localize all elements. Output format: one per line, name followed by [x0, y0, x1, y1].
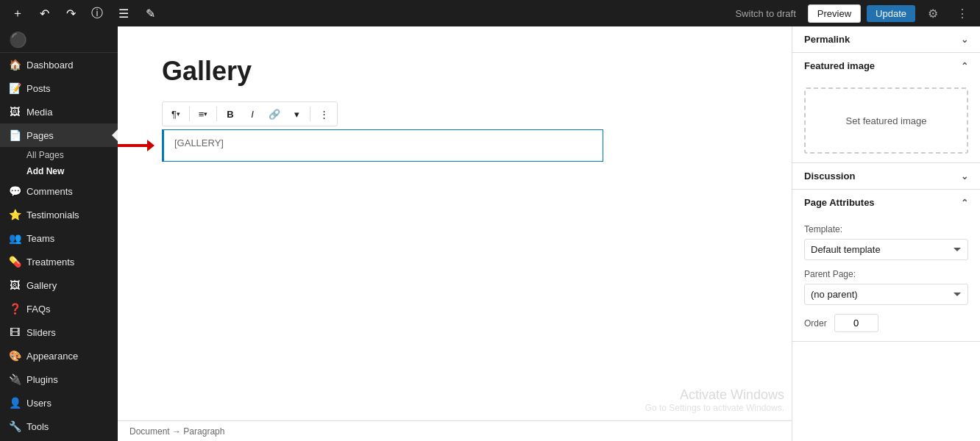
- users-icon: 👤: [9, 397, 21, 409]
- main-layout: ⚫ 🏠 Dashboard 📝 Posts 🖼 Media 📄 Pages Al…: [0, 26, 980, 441]
- sidebar-item-sliders[interactable]: 🎞 Sliders: [0, 320, 118, 344]
- sidebar-sub-add-new[interactable]: Add New: [0, 163, 118, 179]
- featured-image-chevron: ⌃: [961, 61, 968, 71]
- sliders-icon: 🎞: [9, 326, 21, 338]
- template-select[interactable]: Default template: [804, 239, 968, 260]
- arrow-shaft: [118, 144, 147, 147]
- template-label: Template:: [804, 224, 968, 234]
- main-content: Gallery ¶ ▾ ≡ ▾ B I: [118, 26, 792, 420]
- pages-icon: 📄: [9, 129, 21, 141]
- bottom-bar: Document → Paragraph: [118, 420, 792, 441]
- sidebar-sub-all-pages[interactable]: All Pages: [0, 147, 118, 163]
- sidebar-item-comments[interactable]: 💬 Comments: [0, 179, 118, 203]
- sidebar-item-media[interactable]: 🖼 Media: [0, 100, 118, 123]
- sidebar-item-tools[interactable]: 🔧 Tools: [0, 415, 118, 438]
- sidebar: ⚫ 🏠 Dashboard 📝 Posts 🖼 Media 📄 Pages Al…: [0, 26, 118, 441]
- toolbar-left: ＋ ↶ ↷ ⓘ ☰ ✎: [6, 1, 726, 25]
- settings-gear-button[interactable]: ⚙: [921, 1, 945, 25]
- toolbar-separator-2: [216, 107, 217, 121]
- parent-page-select[interactable]: (no parent): [804, 284, 968, 305]
- more-dropdown-button[interactable]: ▾: [286, 104, 307, 124]
- sidebar-item-plugins[interactable]: 🔌 Plugins: [0, 368, 118, 391]
- gallery-block[interactable]: [GALLERY]: [162, 129, 603, 162]
- permalink-header[interactable]: Permalink ⌄: [792, 26, 980, 52]
- sidebar-item-pages[interactable]: 📄 Pages: [0, 123, 118, 147]
- dashboard-icon: 🏠: [9, 59, 21, 71]
- sidebar-item-posts[interactable]: 📝 Posts: [0, 76, 118, 100]
- arrow-head: [147, 140, 155, 151]
- permalink-section: Permalink ⌄: [792, 26, 980, 53]
- page-attributes-header[interactable]: Page Attributes ⌃: [792, 190, 980, 215]
- paragraph-button[interactable]: ¶ ▾: [166, 104, 186, 124]
- featured-image-section: Featured image ⌃ Set featured image: [792, 53, 980, 163]
- sidebar-item-teams[interactable]: 👥 Teams: [0, 226, 118, 250]
- page-attributes-chevron: ⌃: [961, 198, 968, 208]
- editor-area: Gallery ¶ ▾ ≡ ▾ B I: [118, 26, 792, 441]
- windows-watermark: Activate Windows Go to Settings to activ…: [645, 387, 784, 413]
- permalink-chevron: ⌄: [961, 35, 968, 45]
- faqs-icon: ❓: [9, 303, 21, 315]
- posts-icon: 📝: [9, 82, 21, 94]
- order-row: Order 0: [804, 314, 968, 332]
- sidebar-logo: ⚫: [0, 26, 118, 53]
- preview-button[interactable]: Preview: [808, 4, 861, 23]
- sidebar-item-treatments[interactable]: 💊 Treatments: [0, 250, 118, 273]
- align-button[interactable]: ≡ ▾: [193, 104, 213, 124]
- right-panel: Permalink ⌄ Featured image ⌃ Set feature…: [792, 26, 980, 441]
- redo-button[interactable]: ↷: [59, 1, 82, 25]
- edit-button[interactable]: ✎: [138, 1, 162, 25]
- toolbar-separator-3: [310, 107, 310, 121]
- page-attributes-section: Page Attributes ⌃ Template: Default temp…: [792, 190, 980, 342]
- update-button[interactable]: Update: [867, 5, 915, 22]
- top-bar: ＋ ↶ ↷ ⓘ ☰ ✎ Switch to draft Preview Upda…: [0, 0, 980, 26]
- info-button[interactable]: ⓘ: [85, 1, 109, 25]
- sidebar-item-gallery[interactable]: 🖼 Gallery: [0, 273, 118, 297]
- switch-to-draft-button[interactable]: Switch to draft: [729, 5, 801, 22]
- toolbar-right: Switch to draft Preview Update ⚙ ⋮: [729, 1, 974, 25]
- sidebar-item-faqs[interactable]: ❓ FAQs: [0, 297, 118, 320]
- teams-icon: 👥: [9, 232, 21, 244]
- sidebar-item-users[interactable]: 👤 Users: [0, 391, 118, 415]
- align-dropdown-arrow: ▾: [204, 110, 207, 118]
- sidebar-item-testimonials[interactable]: ⭐ Testimonials: [0, 203, 118, 226]
- plugins-icon: 🔌: [9, 373, 21, 385]
- parent-page-label: Parent Page:: [804, 269, 968, 279]
- discussion-chevron: ⌄: [961, 171, 968, 182]
- discussion-section: Discussion ⌄: [792, 163, 980, 190]
- gallery-icon: 🖼: [9, 279, 21, 291]
- sidebar-item-dashboard[interactable]: 🏠 Dashboard: [0, 53, 118, 76]
- add-block-button[interactable]: ＋: [6, 1, 29, 25]
- pages-arrow: [112, 129, 118, 141]
- media-icon: 🖼: [9, 106, 21, 118]
- link-button[interactable]: 🔗: [264, 104, 285, 124]
- more-options-button[interactable]: ⋮: [951, 1, 974, 25]
- discussion-header[interactable]: Discussion ⌄: [792, 163, 980, 189]
- block-wrapper: [GALLERY]: [162, 129, 603, 162]
- sidebar-item-appearance[interactable]: 🎨 Appearance: [0, 344, 118, 368]
- list-view-button[interactable]: ☰: [112, 1, 135, 25]
- block-toolbar: ¶ ▾ ≡ ▾ B I 🔗 ▾: [162, 101, 338, 126]
- paragraph-dropdown-arrow: ▾: [177, 110, 180, 118]
- page-title-input[interactable]: Gallery: [162, 56, 748, 87]
- order-label: Order: [804, 318, 827, 329]
- testimonials-icon: ⭐: [9, 209, 21, 220]
- featured-image-header[interactable]: Featured image ⌃: [792, 53, 980, 79]
- bold-button[interactable]: B: [220, 104, 241, 124]
- set-featured-image-button[interactable]: Set featured image: [804, 87, 968, 154]
- options-button[interactable]: ⋮: [313, 104, 334, 124]
- page-attributes-body: Template: Default template Parent Page: …: [792, 215, 980, 341]
- toolbar-separator-1: [189, 107, 190, 121]
- italic-button[interactable]: I: [242, 104, 263, 124]
- appearance-icon: 🎨: [9, 350, 21, 362]
- wp-logo-icon: ⚫: [9, 31, 27, 49]
- order-input[interactable]: 0: [834, 314, 878, 332]
- undo-button[interactable]: ↶: [32, 1, 56, 25]
- tools-icon: 🔧: [9, 420, 21, 432]
- featured-image-body: Set featured image: [792, 79, 980, 162]
- treatments-icon: 💊: [9, 256, 21, 268]
- arrow-indicator-1: [118, 140, 155, 151]
- comments-icon: 💬: [9, 185, 21, 197]
